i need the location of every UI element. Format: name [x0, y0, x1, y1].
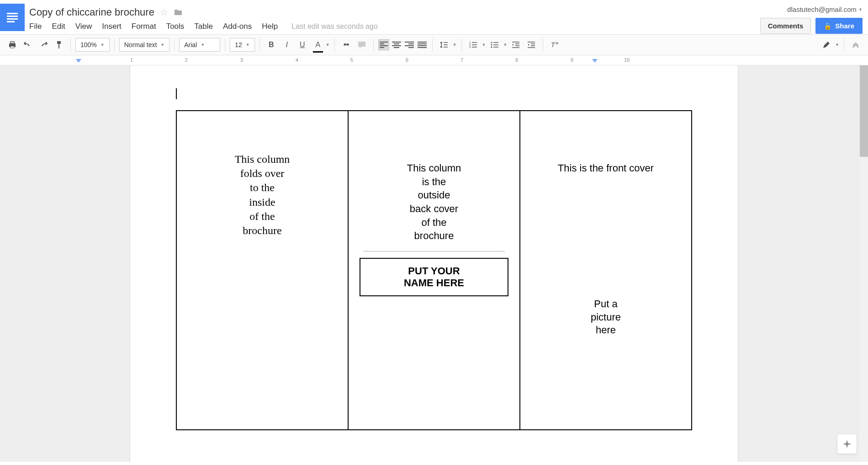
- col3-picture-placeholder[interactable]: Put a picture here: [529, 298, 682, 337]
- dropdown-icon[interactable]: ▼: [453, 43, 457, 47]
- print-button[interactable]: [5, 38, 19, 52]
- align-center-button[interactable]: [391, 39, 402, 50]
- menu-file[interactable]: File: [29, 22, 42, 31]
- menu-table[interactable]: Table: [194, 22, 213, 31]
- font-value: Arial: [184, 41, 197, 48]
- ruler-tick: 10: [624, 57, 630, 63]
- dropdown-icon: ▼: [101, 43, 105, 47]
- brochure-col-1[interactable]: This column folds over to the inside of …: [177, 111, 349, 429]
- svg-text:✕: ✕: [555, 41, 559, 46]
- document-canvas[interactable]: This column folds over to the inside of …: [0, 65, 868, 462]
- insert-link-button[interactable]: [339, 38, 353, 52]
- dropdown-icon[interactable]: ▼: [326, 43, 330, 47]
- dropdown-icon: ▼: [201, 43, 205, 47]
- docs-logo[interactable]: [0, 4, 25, 31]
- menu-insert[interactable]: Insert: [102, 22, 122, 31]
- zoom-value: 100%: [80, 41, 97, 48]
- ruler-tick: 6: [406, 57, 408, 63]
- ruler-tick: 2: [185, 57, 188, 63]
- user-account[interactable]: dlastutech@gmail.com ▼: [787, 5, 863, 13]
- col1-text[interactable]: This column folds over to the inside of …: [186, 152, 339, 238]
- col2-text[interactable]: This column is the outside back cover of…: [358, 161, 510, 243]
- dropdown-icon[interactable]: ▼: [835, 43, 839, 47]
- share-button[interactable]: 🔒 Share: [815, 18, 863, 34]
- doc-title[interactable]: Copy of chiccarine brochure: [29, 6, 154, 18]
- star-icon[interactable]: ☆: [160, 7, 168, 18]
- ruler-tick: 3: [240, 57, 243, 63]
- redo-button[interactable]: [37, 38, 50, 52]
- style-value: Normal text: [124, 41, 157, 48]
- font-size-select[interactable]: 12 ▼: [230, 38, 255, 52]
- clear-formatting-button[interactable]: T✕: [548, 38, 561, 52]
- ruler-tick: 1: [130, 57, 133, 63]
- lock-icon: 🔒: [824, 22, 831, 30]
- paragraph-style-select[interactable]: Normal text ▼: [119, 38, 170, 52]
- size-value: 12: [235, 41, 242, 48]
- scroll-thumb[interactable]: [860, 65, 868, 157]
- toolbar: 100% ▼ Normal text ▼ Arial ▼ 12 ▼ B I U …: [0, 34, 868, 55]
- line-spacing-button[interactable]: [437, 38, 451, 52]
- user-email-text: dlastutech@gmail.com: [787, 5, 857, 13]
- col3-title[interactable]: This is the front cover: [529, 162, 682, 174]
- last-edit-status[interactable]: Last edit was seconds ago: [291, 22, 378, 31]
- svg-point-15: [491, 42, 492, 43]
- svg-rect-2: [11, 46, 14, 48]
- divider: [363, 251, 505, 251]
- comments-button[interactable]: Comments: [760, 18, 811, 34]
- menu-help[interactable]: Help: [262, 22, 278, 31]
- decrease-indent-button[interactable]: [509, 38, 523, 52]
- svg-point-17: [491, 47, 492, 48]
- numbered-list-button[interactable]: 123: [466, 38, 480, 52]
- text-cursor: [176, 88, 177, 99]
- align-justify-button[interactable]: [417, 39, 428, 50]
- hide-menus-button[interactable]: [849, 38, 863, 52]
- brochure-col-2[interactable]: This column is the outside back cover of…: [349, 111, 520, 429]
- share-label: Share: [835, 22, 854, 30]
- ruler-tick: 9: [571, 57, 573, 63]
- ruler-tick: 4: [296, 57, 298, 63]
- explore-button[interactable]: [837, 434, 857, 454]
- dropdown-icon: ▼: [160, 43, 164, 47]
- ruler-tick: 5: [350, 57, 353, 63]
- zoom-select[interactable]: 100% ▼: [75, 38, 110, 52]
- bulleted-list-button[interactable]: [488, 38, 502, 52]
- brochure-col-3[interactable]: This is the front cover Put a picture he…: [520, 111, 691, 429]
- font-select[interactable]: Arial ▼: [179, 38, 220, 52]
- italic-button[interactable]: I: [280, 38, 294, 52]
- svg-rect-3: [57, 41, 61, 44]
- ruler-right-indent-marker[interactable]: [592, 59, 598, 64]
- text-color-button[interactable]: A: [311, 38, 325, 52]
- svg-rect-5: [358, 42, 365, 47]
- menu-view[interactable]: View: [75, 22, 92, 31]
- bold-button[interactable]: B: [265, 38, 278, 52]
- account-dropdown-icon: ▼: [858, 7, 863, 12]
- ruler[interactable]: 1 2 3 4 5 6 7 8 9 10: [0, 55, 868, 65]
- menu-tools[interactable]: Tools: [166, 22, 185, 31]
- ruler-tick: 8: [515, 57, 518, 63]
- underline-button[interactable]: U: [296, 38, 309, 52]
- svg-rect-4: [58, 44, 59, 48]
- undo-button[interactable]: [21, 38, 35, 52]
- menu-addons[interactable]: Add-ons: [223, 22, 252, 31]
- menu-format[interactable]: Format: [132, 22, 156, 31]
- align-right-button[interactable]: [404, 39, 415, 50]
- dropdown-icon[interactable]: ▼: [503, 43, 508, 47]
- name-box[interactable]: PUT YOUR NAME HERE: [360, 258, 508, 296]
- dropdown-icon[interactable]: ▼: [482, 43, 486, 47]
- paint-format-button[interactable]: [52, 38, 66, 52]
- svg-point-16: [491, 44, 492, 46]
- increase-indent-button[interactable]: [524, 38, 538, 52]
- ruler-tick: 7: [460, 57, 463, 63]
- page[interactable]: This column folds over to the inside of …: [130, 65, 738, 462]
- ruler-left-indent-marker[interactable]: [76, 59, 81, 64]
- editing-mode-button[interactable]: [820, 38, 833, 52]
- align-left-button[interactable]: [378, 39, 389, 50]
- menu-edit[interactable]: Edit: [52, 22, 65, 31]
- svg-rect-1: [11, 42, 14, 43]
- insert-comment-button[interactable]: [355, 38, 369, 52]
- brochure-table[interactable]: This column folds over to the inside of …: [176, 110, 692, 430]
- dropdown-icon: ▼: [246, 43, 250, 47]
- vertical-scrollbar[interactable]: [860, 65, 868, 462]
- folder-icon[interactable]: [174, 9, 183, 16]
- svg-text:3: 3: [469, 46, 471, 48]
